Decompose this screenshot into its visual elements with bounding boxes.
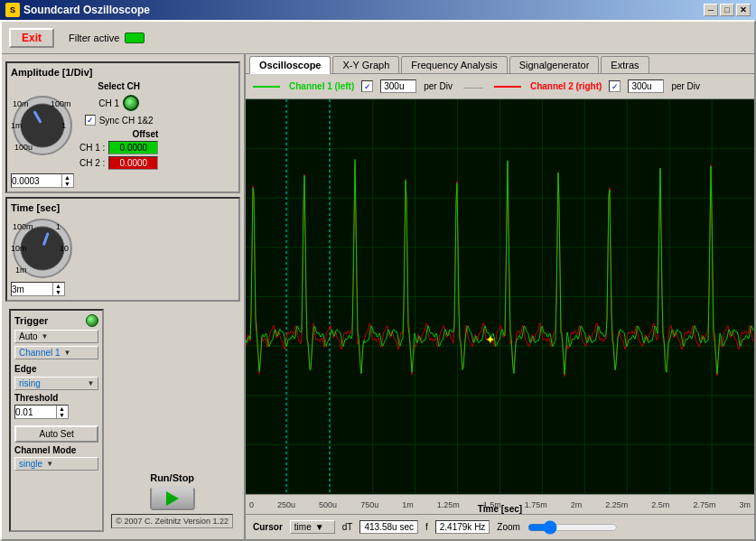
svg-text:100u: 100u: [14, 143, 33, 152]
maximize-button[interactable]: □: [720, 4, 734, 16]
tab-oscilloscope[interactable]: Oscilloscope: [249, 56, 331, 74]
channel-mode-dropdown[interactable]: single ▼: [14, 457, 98, 471]
amplitude-spin-down[interactable]: ▼: [62, 181, 72, 187]
amplitude-spinbox[interactable]: ▲ ▼: [11, 173, 74, 188]
offset-ch2-label: CH 2 :: [79, 158, 105, 168]
trigger-mode-dropdown[interactable]: Auto ▼: [14, 330, 98, 343]
offset-area: Offset CH 1 : 0.0000 CH 2 : 0.0000: [79, 129, 158, 170]
channel-bar: Channel 1 (left) ✓ per Div —— Channel 2 …: [246, 74, 754, 99]
time-label-125m: 1.25m: [437, 500, 460, 509]
svg-text:1m: 1m: [11, 121, 23, 130]
channel-mode-title: Channel Mode: [14, 445, 98, 455]
trigger-channel-dropdown[interactable]: Channel 1 ▼: [14, 346, 98, 359]
run-stop-button[interactable]: [150, 487, 195, 510]
toolbar: Exit Filter active: [2, 22, 754, 54]
ch1-indicator: [123, 95, 139, 111]
cursor-bar: Cursor time ▼ dT 413.58u sec f 2.4179k H…: [246, 514, 754, 539]
time-label-3m: 3m: [739, 500, 751, 509]
offset-ch1-label: CH 1 :: [79, 143, 105, 153]
threshold-label: Threshold: [14, 393, 98, 403]
trigger-channel-arrow: ▼: [64, 349, 71, 357]
run-stop-label: Run/Stop: [150, 472, 194, 483]
select-ch-label: Select CH: [98, 81, 140, 91]
time-title: Time [sec]: [11, 202, 235, 213]
ch1-time-input[interactable]: [380, 79, 416, 93]
svg-point-9: [21, 227, 64, 270]
threshold-spin-down[interactable]: ▼: [57, 412, 67, 418]
filter-active-led: [125, 33, 145, 43]
sync-checkbox-row: ✓ Sync CH 1&2: [85, 115, 154, 126]
time-label-25m: 2.5m: [651, 500, 669, 509]
time-section: Time [sec] 100m 1 10m 10 1m: [5, 197, 240, 302]
time-label-2m: 2m: [571, 500, 583, 509]
edge-label: Edge: [14, 364, 98, 374]
amplitude-spinbox-input[interactable]: [12, 176, 61, 186]
threshold-spinbox[interactable]: ▲ ▼: [14, 405, 69, 419]
trigger-edge-dropdown[interactable]: rising ▼: [14, 377, 98, 390]
trigger-edge-arrow: ▼: [87, 379, 94, 387]
time-label-500u: 500u: [319, 500, 337, 509]
content-area: Amplitude [1/Div] 10m 100m 1m 1 100u: [2, 54, 754, 539]
sync-label: Sync CH 1&2: [99, 116, 154, 126]
time-spinbox-input[interactable]: [12, 284, 52, 294]
auto-set-button[interactable]: Auto Set: [14, 425, 98, 443]
threshold-spin-up[interactable]: ▲: [57, 406, 67, 412]
channel-mode-arrow: ▼: [46, 460, 53, 468]
window-title: Soundcard Oszilloscope: [23, 4, 150, 16]
tab-xy-graph[interactable]: X-Y Graph: [332, 56, 399, 73]
exit-button[interactable]: Exit: [9, 28, 54, 48]
sync-checkbox[interactable]: ✓: [85, 115, 96, 126]
cursor-type-label: time: [294, 522, 312, 532]
zoom-slider[interactable]: [527, 520, 618, 535]
dt-value: 413.58u: [364, 522, 397, 532]
ch2-enable-checkbox[interactable]: ✓: [609, 80, 621, 92]
svg-text:1: 1: [56, 222, 61, 231]
minimize-button[interactable]: ─: [704, 4, 718, 16]
amplitude-spin-up[interactable]: ▲: [62, 174, 72, 181]
tab-bar: Oscilloscope X-Y Graph Frequency Analysi…: [246, 54, 754, 74]
threshold-area: Threshold ▲ ▼: [14, 393, 98, 419]
tab-frequency-analysis[interactable]: Frequency Analysis: [401, 56, 507, 73]
close-button[interactable]: ✕: [736, 4, 751, 16]
amplitude-knob-wrap: 10m 100m 1m 1 100u: [11, 94, 74, 157]
bottom-row: Trigger Auto ▼ Channel 1 ▼ Edge rising: [5, 305, 240, 536]
ch2-channel-label: Channel 2 (right): [530, 81, 602, 91]
cursor-type-dropdown[interactable]: time ▼: [290, 520, 335, 534]
time-label-175m: 1.75m: [525, 500, 547, 509]
ch1-color-line: [253, 86, 280, 88]
left-panel: Amplitude [1/Div] 10m 100m 1m 1 100u: [2, 54, 246, 539]
ch2-time-input[interactable]: [628, 79, 664, 93]
amplitude-knob[interactable]: 10m 100m 1m 1 100u: [11, 94, 74, 157]
tab-extras[interactable]: Extras: [601, 56, 649, 73]
time-knob-wrap: 100m 1 10m 10 1m: [11, 217, 74, 280]
offset-ch2-input[interactable]: 0.0000: [108, 156, 158, 170]
time-label-750u: 750u: [360, 500, 378, 509]
window-controls: ─ □ ✕: [704, 4, 751, 16]
main-window: Exit Filter active Amplitude [1/Div]: [0, 20, 756, 541]
threshold-input[interactable]: [15, 407, 56, 417]
ch2-color-line: [494, 86, 521, 88]
time-spinbox[interactable]: ▲ ▼: [11, 282, 65, 296]
trigger-mode-arrow: ▼: [42, 332, 49, 340]
time-knob[interactable]: 100m 1 10m 10 1m: [11, 217, 74, 280]
oscilloscope-display: [246, 99, 754, 494]
time-axis-unit-label: Time [sec]: [478, 504, 522, 514]
ch1-enable-checkbox[interactable]: ✓: [361, 80, 373, 92]
trigger-edge-value: rising: [19, 378, 41, 388]
right-panel: Oscilloscope X-Y Graph Frequency Analysi…: [246, 54, 754, 539]
play-icon: [166, 491, 179, 506]
cursor-label: Cursor: [253, 522, 283, 532]
svg-text:10m: 10m: [11, 244, 27, 253]
zoom-label: Zoom: [497, 522, 520, 532]
filter-active-area: Filter active: [69, 33, 145, 43]
time-spin-up[interactable]: ▲: [53, 283, 63, 289]
copyright-text: © 2007 C. Zeitnitz Version 1.22: [111, 514, 233, 528]
dt-unit: sec: [399, 522, 414, 532]
app-icon: S: [5, 3, 20, 17]
offset-ch1-input[interactable]: 0.0000: [108, 141, 158, 154]
ch1-label: CH 1: [98, 98, 119, 108]
tab-signal-generator[interactable]: Signalgenerator: [509, 56, 600, 73]
scope-canvas: [246, 99, 754, 494]
time-spin-down[interactable]: ▼: [53, 289, 63, 295]
dt-label: dT: [342, 522, 353, 532]
